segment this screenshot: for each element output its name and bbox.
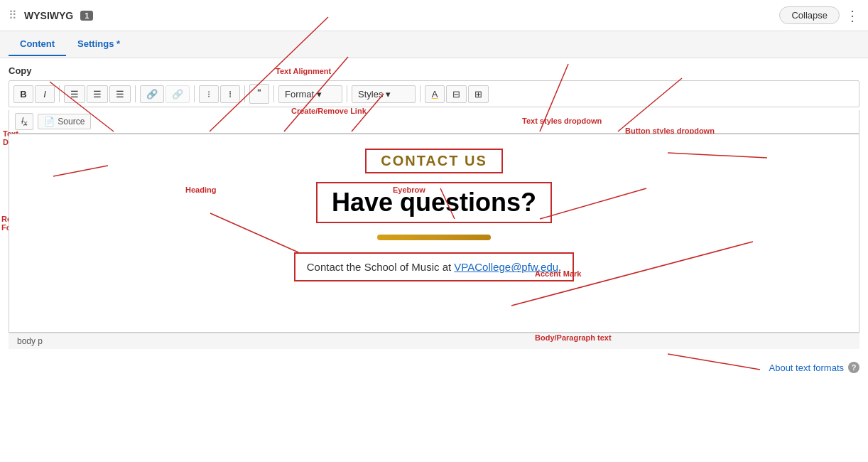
remove-formatting-button[interactable]: Ix bbox=[15, 113, 33, 130]
tab-settings[interactable]: Settings * bbox=[66, 33, 131, 56]
table-icon: ⊞ bbox=[474, 89, 482, 100]
font-color-icon: A bbox=[432, 89, 438, 100]
tabs-row: Content Settings * bbox=[0, 31, 868, 58]
remove-formatting-icon: Ix bbox=[21, 116, 27, 127]
footer: About text formats ? bbox=[0, 356, 868, 379]
format-dropdown-arrow: ▾ bbox=[317, 89, 322, 100]
blockquote-button[interactable]: “ bbox=[249, 84, 269, 104]
numbered-list-button[interactable]: ⁞ bbox=[220, 85, 240, 103]
contact-us-label: CONTACT US bbox=[365, 149, 503, 173]
top-bar-left: ⠿ WYSIWYG 1 bbox=[9, 9, 93, 22]
list-group: ⁝ ⁞ bbox=[199, 85, 240, 103]
align-center-button[interactable]: ☰ bbox=[87, 85, 108, 103]
format-dropdown-label: Format bbox=[285, 89, 314, 100]
table-button[interactable]: ⊞ bbox=[468, 85, 489, 103]
insert-media-button[interactable]: ⊟ bbox=[446, 85, 467, 103]
separator-2 bbox=[135, 85, 136, 102]
help-icon[interactable]: ? bbox=[848, 362, 859, 373]
source-label: Source bbox=[58, 117, 85, 127]
body-text-link[interactable]: VPACollege@pfw.edu bbox=[454, 261, 558, 273]
italic-button[interactable]: I bbox=[35, 85, 55, 103]
copy-label: Copy bbox=[9, 65, 859, 76]
styles-dropdown-arrow: ▾ bbox=[386, 89, 391, 100]
alignment-group: ☰ ☰ ☰ bbox=[64, 85, 131, 103]
body-text-suffix: . bbox=[558, 261, 561, 273]
wysiwyg-label: WYSIWYG bbox=[24, 10, 73, 21]
styles-dropdown-label: Styles bbox=[358, 89, 383, 100]
text-decoration-group: B I bbox=[13, 85, 55, 103]
accent-squiggle bbox=[377, 235, 491, 240]
align-left-button[interactable]: ☰ bbox=[64, 85, 85, 103]
bullet-list-button[interactable]: ⁝ bbox=[199, 85, 219, 103]
body-text-wrapper: Contact the School of Music at VPAColleg… bbox=[294, 252, 575, 281]
separator-3 bbox=[194, 85, 195, 102]
body-text-center: Contact the School of Music at VPAColleg… bbox=[23, 252, 845, 281]
top-bar: ⠿ WYSIWYG 1 Collapse ⋮ bbox=[0, 0, 868, 31]
insert-media-icon: ⊟ bbox=[452, 89, 460, 100]
status-bar: body p bbox=[9, 333, 859, 349]
separator-6 bbox=[347, 85, 347, 102]
tab-content[interactable]: Content bbox=[9, 33, 66, 56]
align-right-button[interactable]: ☰ bbox=[109, 85, 131, 103]
link-group: 🔗 🔗 bbox=[140, 85, 190, 103]
bold-button[interactable]: B bbox=[13, 85, 33, 103]
toolbar: B I ☰ ☰ ☰ 🔗 🔗 ⁝ ⁞ “ Format bbox=[9, 80, 859, 107]
editor-area[interactable]: CONTACT US Have questions? Contact the S… bbox=[9, 134, 859, 333]
accent-line bbox=[23, 232, 845, 242]
source-row: Ix 📄 Source bbox=[9, 110, 859, 134]
about-text-formats-link[interactable]: About text formats bbox=[769, 362, 845, 373]
main-content: TextDecoration Text Alignment Create/Rem… bbox=[0, 58, 868, 356]
heading-text: Have questions? bbox=[316, 182, 552, 223]
more-options-button[interactable]: ⋮ bbox=[845, 7, 859, 24]
format-dropdown[interactable]: Format ▾ bbox=[278, 85, 342, 103]
body-text-prefix: Contact the School of Music at bbox=[307, 261, 455, 273]
separator-4 bbox=[244, 85, 245, 102]
create-link-button[interactable]: 🔗 bbox=[140, 85, 164, 103]
contact-us-wrapper: CONTACT US bbox=[23, 149, 845, 182]
styles-dropdown[interactable]: Styles ▾ bbox=[352, 85, 416, 103]
app-wrapper: ⠿ WYSIWYG 1 Collapse ⋮ Content Settings … bbox=[0, 0, 868, 462]
heading-wrapper: Have questions? bbox=[23, 182, 845, 232]
source-icon: 📄 bbox=[44, 117, 55, 127]
top-bar-right: Collapse ⋮ bbox=[779, 6, 859, 24]
separator-7 bbox=[420, 85, 421, 102]
separator-5 bbox=[273, 85, 274, 102]
font-color-button[interactable]: A bbox=[425, 85, 445, 103]
badge: 1 bbox=[80, 11, 93, 21]
separator-1 bbox=[59, 85, 60, 102]
drag-handle-icon[interactable]: ⠿ bbox=[9, 9, 17, 22]
source-button[interactable]: 📄 Source bbox=[38, 114, 91, 129]
status-bar-text: body p bbox=[17, 336, 43, 346]
collapse-button[interactable]: Collapse bbox=[779, 6, 840, 24]
remove-link-button[interactable]: 🔗 bbox=[166, 85, 190, 103]
